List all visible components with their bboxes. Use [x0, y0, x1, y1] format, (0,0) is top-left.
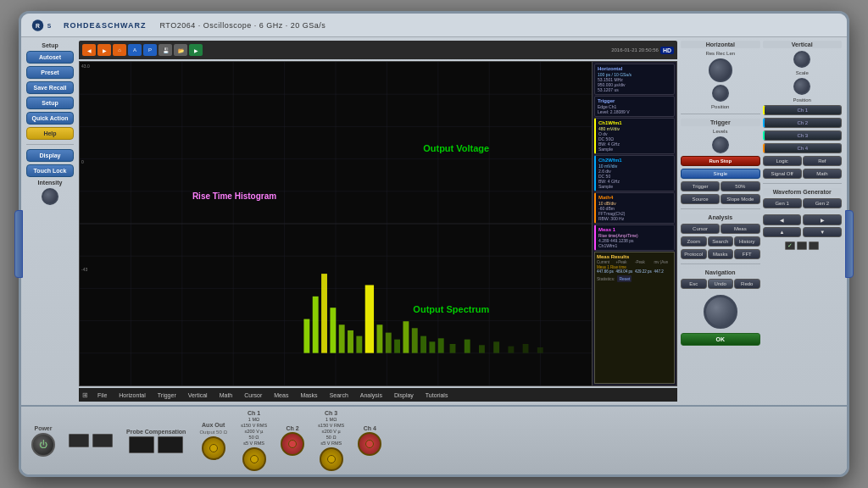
protocol-button[interactable]: Protocol	[681, 249, 707, 259]
stats-row: Statistics: Reset	[597, 275, 672, 282]
position-knob[interactable]	[712, 85, 729, 102]
display-button[interactable]: Display	[26, 149, 74, 162]
vertical-scale-knob[interactable]	[793, 51, 810, 68]
checkbox1[interactable]: ✓	[785, 241, 795, 250]
undo-button[interactable]: Undo	[708, 279, 734, 289]
svg-rect-26	[330, 308, 336, 352]
power-button[interactable]: ⏻	[31, 433, 55, 457]
gen1-button[interactable]: Gen 1	[763, 198, 802, 208]
divider	[26, 144, 74, 145]
usb-port-1[interactable]	[69, 434, 89, 447]
trigger-level-knob[interactable]	[712, 136, 729, 153]
fifty-percent-button[interactable]: 50%	[721, 181, 760, 191]
signal-off-button[interactable]: Signal Off	[763, 169, 802, 179]
resolution-knob[interactable]	[709, 58, 732, 82]
menu-horizontal[interactable]: Horizontal	[116, 391, 148, 399]
probe-sig-port[interactable]	[158, 436, 183, 453]
quick-action-button[interactable]: Quick Action	[26, 112, 74, 125]
toolbar-back-btn[interactable]: ◀	[82, 44, 96, 56]
zoom-button[interactable]: Zoom	[681, 236, 707, 247]
ch4-button[interactable]: Ch 4	[763, 143, 843, 153]
waveform-display[interactable]: Output Voltage	[80, 62, 592, 385]
svg-rect-45	[537, 347, 542, 353]
usb-port-2[interactable]	[92, 434, 113, 447]
run-stop-button[interactable]: Run Stop	[681, 156, 760, 166]
esc-button[interactable]: Esc	[681, 279, 707, 289]
menu-cursor[interactable]: Cursor	[242, 391, 264, 399]
save-recall-button[interactable]: Save Recall	[26, 81, 74, 94]
single-button[interactable]: Single	[681, 169, 760, 179]
toolbar-home-btn[interactable]: ⌂	[113, 44, 126, 56]
toolbar-autoset-icon[interactable]: A	[128, 44, 142, 56]
source-button[interactable]: Source	[681, 194, 720, 204]
ch1-connector[interactable]	[242, 447, 266, 471]
ok-button[interactable]: OK	[681, 333, 760, 346]
touch-lock-button[interactable]: Touch Lock	[26, 164, 74, 177]
menu-tutorials[interactable]: Tutorials	[423, 391, 451, 399]
menu-meas[interactable]: Meas	[271, 391, 291, 399]
toolbar-preset-icon[interactable]: P	[143, 44, 157, 56]
arrow-down-btn[interactable]: ▼	[803, 227, 842, 237]
analysis-row3: Protocol Masks FFT	[681, 249, 760, 259]
menu-analysis[interactable]: Analysis	[358, 391, 385, 399]
menu-trigger[interactable]: Trigger	[155, 391, 179, 399]
toolbar-run-icon[interactable]: ▶	[189, 44, 203, 56]
ref-button[interactable]: Ref	[803, 156, 842, 166]
meas-results-panel: Meas Results Current +Peak -Peak mv (Ave…	[594, 252, 675, 384]
setup-button[interactable]: Setup	[26, 97, 74, 109]
svg-rect-34	[403, 321, 409, 352]
math-button[interactable]: Math	[803, 169, 842, 179]
trigger-button[interactable]: Trigger	[681, 181, 720, 191]
arrow-up-btn[interactable]: ▲	[763, 227, 802, 237]
probe-gnd-port[interactable]	[129, 436, 154, 453]
intensity-knob[interactable]	[42, 188, 58, 205]
history-button[interactable]: History	[734, 236, 760, 247]
aux-out-connector[interactable]	[202, 436, 225, 460]
ch2-button[interactable]: Ch 2	[763, 118, 843, 128]
ch1-button[interactable]: Ch 1	[763, 105, 843, 115]
checkbox2[interactable]	[797, 241, 807, 250]
navigation-knob[interactable]	[704, 295, 737, 329]
gen2-button[interactable]: Gen 2	[803, 198, 842, 208]
brand-name: ROHDE&SCHWARZ	[64, 21, 147, 30]
svg-rect-40	[464, 340, 470, 353]
horizontal-info-box: Horizontal 100 ps / 10 GSa/s 53.1501 MHz…	[594, 64, 675, 95]
ch2-connector[interactable]	[281, 432, 304, 456]
vertical-pos-knob[interactable]	[793, 78, 810, 95]
arrow-right-btn[interactable]: ▶	[803, 214, 842, 225]
help-button[interactable]: Help	[26, 127, 74, 140]
ch3-button[interactable]: Ch 3	[763, 130, 843, 141]
arrow-left-btn[interactable]: ◀	[763, 214, 802, 225]
preset-button[interactable]: Preset	[26, 66, 74, 79]
search-button[interactable]: Search	[708, 236, 734, 247]
menu-search[interactable]: Search	[327, 391, 351, 399]
slope-mode-button[interactable]: Slope Mode	[721, 194, 760, 204]
menu-file[interactable]: File	[95, 391, 109, 399]
checkbox3[interactable]	[809, 241, 819, 250]
rs-logo-icon: R S	[31, 18, 57, 33]
ch4-connector[interactable]	[358, 432, 381, 456]
masks-button[interactable]: Masks	[708, 249, 734, 259]
meas-button[interactable]: Meas	[721, 224, 760, 234]
svg-rect-28	[348, 330, 353, 353]
menu-masks[interactable]: Masks	[298, 391, 320, 399]
redo-button[interactable]: Redo	[734, 279, 760, 289]
oscilloscope-body: R S ROHDE&SCHWARZ RTO2064 · Oscilloscope…	[19, 11, 849, 477]
vert-pos-label: Position	[763, 97, 843, 103]
menu-display[interactable]: Display	[392, 391, 416, 399]
cursor-button[interactable]: Cursor	[681, 224, 720, 234]
vertical-label: Vertical	[763, 41, 843, 48]
fft-button[interactable]: FFT	[734, 249, 760, 259]
toolbar-fwd-btn[interactable]: ▶	[97, 44, 111, 56]
autoset-button[interactable]: Autoset	[26, 51, 74, 64]
reset-button[interactable]: Reset	[617, 275, 632, 282]
top-bar: R S ROHDE&SCHWARZ RTO2064 · Oscilloscope…	[21, 14, 847, 37]
toolbar-save-icon[interactable]: 💾	[159, 44, 172, 56]
toolbar-open-icon[interactable]: 📂	[174, 44, 187, 56]
output-spectrum-label: Output Spectrum	[413, 304, 489, 314]
logic-button[interactable]: Logic	[763, 156, 802, 166]
menu-bar: ⊞ File Horizontal Trigger Vertical Math …	[79, 388, 677, 402]
menu-vertical[interactable]: Vertical	[186, 391, 210, 399]
menu-math[interactable]: Math	[217, 391, 236, 399]
ch3-connector[interactable]	[320, 447, 343, 471]
